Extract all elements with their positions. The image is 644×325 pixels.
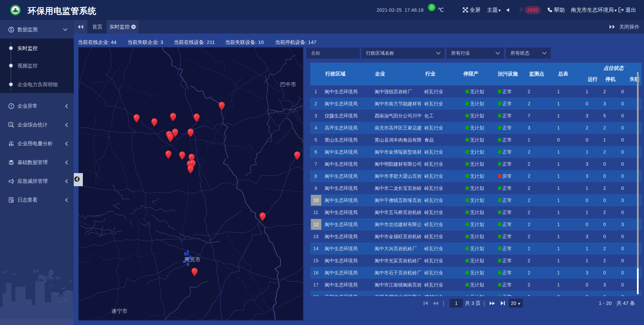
svg-text:文: 文 bbox=[10, 123, 12, 126]
svg-text:南充市: 南充市 bbox=[184, 257, 201, 262]
svg-text:巴中市: 巴中市 bbox=[280, 82, 296, 87]
svg-text:遂宁市: 遂宁市 bbox=[111, 308, 127, 314]
